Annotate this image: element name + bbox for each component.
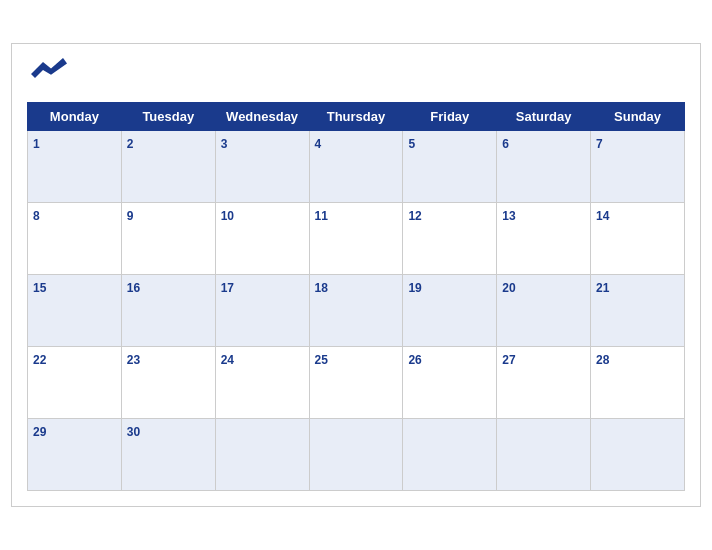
calendar-cell: 17: [215, 275, 309, 347]
day-number: 9: [127, 209, 134, 223]
day-number: 20: [502, 281, 515, 295]
day-number: 26: [408, 353, 421, 367]
week-row-2: 891011121314: [28, 203, 685, 275]
day-number: 8: [33, 209, 40, 223]
calendar-cell: 30: [121, 419, 215, 491]
day-number: 25: [315, 353, 328, 367]
calendar: MondayTuesdayWednesdayThursdayFridaySatu…: [11, 43, 701, 507]
day-number: 13: [502, 209, 515, 223]
calendar-cell: 24: [215, 347, 309, 419]
calendar-cell: 4: [309, 131, 403, 203]
calendar-cell: 15: [28, 275, 122, 347]
week-row-3: 15161718192021: [28, 275, 685, 347]
calendar-cell: 21: [591, 275, 685, 347]
day-number: 19: [408, 281, 421, 295]
calendar-cell: 5: [403, 131, 497, 203]
calendar-cell: 8: [28, 203, 122, 275]
day-number: 24: [221, 353, 234, 367]
day-number: 17: [221, 281, 234, 295]
day-number: 2: [127, 137, 134, 151]
calendar-cell: [403, 419, 497, 491]
day-number: 1: [33, 137, 40, 151]
day-number: 30: [127, 425, 140, 439]
week-row-1: 1234567: [28, 131, 685, 203]
calendar-cell: 12: [403, 203, 497, 275]
calendar-cell: 13: [497, 203, 591, 275]
weekday-tuesday: Tuesday: [121, 103, 215, 131]
day-number: 28: [596, 353, 609, 367]
calendar-cell: 6: [497, 131, 591, 203]
svg-marker-0: [31, 58, 67, 78]
weekday-sunday: Sunday: [591, 103, 685, 131]
day-number: 18: [315, 281, 328, 295]
day-number: 21: [596, 281, 609, 295]
calendar-cell: 11: [309, 203, 403, 275]
country-label: [625, 54, 685, 58]
day-number: 29: [33, 425, 46, 439]
weekday-thursday: Thursday: [309, 103, 403, 131]
day-number: 3: [221, 137, 228, 151]
weekday-saturday: Saturday: [497, 103, 591, 131]
calendar-cell: 2: [121, 131, 215, 203]
day-number: 4: [315, 137, 322, 151]
day-number: 22: [33, 353, 46, 367]
calendar-cell: 28: [591, 347, 685, 419]
calendar-cell: 22: [28, 347, 122, 419]
calendar-cell: 26: [403, 347, 497, 419]
day-number: 16: [127, 281, 140, 295]
calendar-header: [27, 54, 685, 94]
logo-icon: [27, 54, 67, 82]
calendar-cell: [497, 419, 591, 491]
day-number: 5: [408, 137, 415, 151]
calendar-cell: 25: [309, 347, 403, 419]
day-number: 6: [502, 137, 509, 151]
calendar-cell: 7: [591, 131, 685, 203]
weekday-friday: Friday: [403, 103, 497, 131]
calendar-cell: 18: [309, 275, 403, 347]
weekday-wednesday: Wednesday: [215, 103, 309, 131]
calendar-cell: 9: [121, 203, 215, 275]
calendar-cell: 20: [497, 275, 591, 347]
calendar-cell: 23: [121, 347, 215, 419]
calendar-cell: 29: [28, 419, 122, 491]
calendar-table: MondayTuesdayWednesdayThursdayFridaySatu…: [27, 102, 685, 491]
day-number: 7: [596, 137, 603, 151]
day-number: 14: [596, 209, 609, 223]
calendar-cell: 19: [403, 275, 497, 347]
calendar-cell: 10: [215, 203, 309, 275]
day-number: 12: [408, 209, 421, 223]
calendar-cell: 3: [215, 131, 309, 203]
logo: [27, 54, 67, 94]
calendar-cell: [309, 419, 403, 491]
day-number: 11: [315, 209, 328, 223]
calendar-cell: 16: [121, 275, 215, 347]
calendar-cell: 27: [497, 347, 591, 419]
calendar-cell: 1: [28, 131, 122, 203]
calendar-cell: 14: [591, 203, 685, 275]
calendar-cell: [215, 419, 309, 491]
week-row-5: 2930: [28, 419, 685, 491]
day-number: 23: [127, 353, 140, 367]
day-number: 27: [502, 353, 515, 367]
day-number: 10: [221, 209, 234, 223]
weekday-header-row: MondayTuesdayWednesdayThursdayFridaySatu…: [28, 103, 685, 131]
day-number: 15: [33, 281, 46, 295]
week-row-4: 22232425262728: [28, 347, 685, 419]
calendar-cell: [591, 419, 685, 491]
weekday-monday: Monday: [28, 103, 122, 131]
